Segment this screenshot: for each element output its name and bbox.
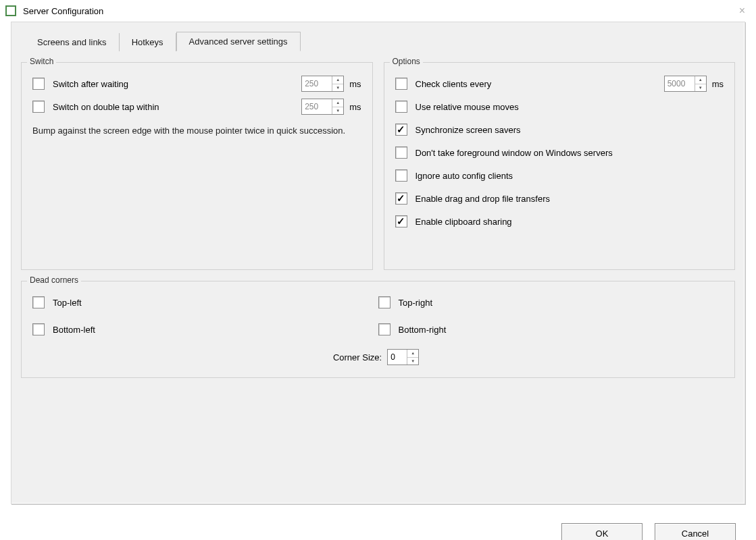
spin-down-icon[interactable]: ▼	[695, 84, 706, 92]
ok-button-label: OK	[596, 529, 609, 539]
row-top-left: Top-left	[32, 291, 378, 314]
tab-screens-and-links[interactable]: Screens and links	[25, 33, 120, 51]
cancel-button-label: Cancel	[682, 529, 709, 539]
row-drag-drop: Enable drag and drop file transfers	[395, 187, 724, 210]
spin-switch-after-waiting[interactable]: ▲ ▼	[301, 76, 344, 92]
titlebar: Server Configuration ×	[0, 0, 756, 22]
spin-down-icon[interactable]: ▼	[332, 84, 343, 92]
unit-ms: ms	[712, 79, 724, 89]
spin-down-icon[interactable]: ▼	[332, 107, 343, 115]
label-top-right: Top-right	[399, 298, 724, 308]
checkbox-ignore-autoconf[interactable]	[395, 169, 407, 182]
spin-down-icon[interactable]: ▼	[407, 358, 418, 365]
label-check-clients: Check clients every	[415, 79, 664, 89]
group-title-switch: Switch	[27, 57, 56, 66]
spin-up-icon[interactable]: ▲	[332, 76, 343, 84]
spin-check-clients[interactable]: ▲ ▼	[664, 76, 707, 92]
main-panel: Screens and links Hotkeys Advanced serve…	[11, 22, 745, 504]
label-clipboard: Enable clipboard sharing	[415, 217, 724, 227]
tab-label: Hotkeys	[132, 37, 163, 47]
input-corner-size[interactable]	[388, 350, 407, 364]
checkbox-bottom-right[interactable]	[378, 323, 390, 335]
window-title: Server Configuration	[23, 6, 103, 16]
label-top-left: Top-left	[53, 298, 378, 308]
checkbox-sync-screen-savers[interactable]	[395, 124, 407, 136]
checkbox-relative-mouse[interactable]	[395, 101, 407, 113]
group-switch: Switch Switch after waiting ▲ ▼ ms Switc…	[21, 62, 373, 270]
spin-up-icon[interactable]: ▲	[695, 76, 706, 84]
label-switch-after-waiting: Switch after waiting	[53, 79, 301, 89]
checkbox-drag-drop[interactable]	[395, 192, 407, 205]
row-switch-after-waiting: Switch after waiting ▲ ▼ ms	[32, 72, 361, 95]
checkbox-top-left[interactable]	[32, 296, 45, 308]
group-options: Options Check clients every ▲ ▼ ms Use r…	[384, 62, 736, 270]
spin-up-icon[interactable]: ▲	[407, 350, 418, 358]
checkbox-top-right[interactable]	[378, 296, 390, 308]
group-dead-corners: Dead corners Top-left Top-right Bottom-l…	[21, 281, 735, 378]
tab-hotkeys[interactable]: Hotkeys	[120, 33, 176, 51]
row-no-foreground: Don't take foreground window on Windows …	[395, 141, 724, 164]
row-check-clients: Check clients every ▲ ▼ ms	[395, 72, 724, 95]
checkbox-switch-after-waiting[interactable]	[32, 78, 45, 90]
row-top-right: Top-right	[378, 291, 724, 314]
tab-label: Advanced server settings	[189, 36, 288, 47]
dialog-buttons: OK Cancel	[0, 515, 756, 540]
app-icon	[5, 5, 16, 16]
row-bottom-left: Bottom-left	[32, 318, 378, 341]
input-switch-double-tap[interactable]	[302, 99, 332, 114]
label-ignore-autoconf: Ignore auto config clients	[415, 171, 724, 181]
tab-advanced-server-settings[interactable]: Advanced server settings	[176, 32, 301, 51]
row-switch-double-tap: Switch on double tap within ▲ ▼ ms	[32, 95, 361, 118]
label-bottom-left: Bottom-left	[53, 325, 378, 335]
row-bottom-right: Bottom-right	[378, 318, 724, 341]
switch-hint: Bump against the screen edge with the mo…	[32, 125, 361, 137]
checkbox-no-foreground[interactable]	[395, 146, 407, 159]
row-corner-size: Corner Size: ▲ ▼	[32, 349, 724, 365]
label-relative-mouse: Use relative mouse moves	[415, 102, 724, 112]
tabs: Screens and links Hotkeys Advanced serve…	[21, 32, 735, 51]
label-sync-screen-savers: Synchronize screen savers	[415, 125, 724, 135]
unit-ms: ms	[349, 79, 361, 89]
label-no-foreground: Don't take foreground window on Windows …	[415, 148, 724, 158]
checkbox-bottom-left[interactable]	[32, 323, 45, 335]
group-title-options: Options	[390, 57, 423, 66]
row-relative-mouse: Use relative mouse moves	[395, 95, 724, 118]
ok-button[interactable]: OK	[561, 523, 642, 540]
label-drag-drop: Enable drag and drop file transfers	[415, 194, 724, 204]
checkbox-clipboard[interactable]	[395, 215, 407, 227]
label-corner-size: Corner Size:	[333, 352, 382, 362]
row-sync-screen-savers: Synchronize screen savers	[395, 118, 724, 141]
group-title-dead-corners: Dead corners	[27, 275, 81, 285]
input-switch-after-waiting[interactable]	[302, 76, 332, 91]
unit-ms: ms	[349, 102, 361, 112]
row-ignore-autoconf: Ignore auto config clients	[395, 164, 724, 187]
label-switch-double-tap: Switch on double tap within	[53, 102, 301, 112]
checkbox-check-clients[interactable]	[395, 78, 407, 90]
spin-corner-size[interactable]: ▲ ▼	[387, 349, 419, 365]
row-clipboard: Enable clipboard sharing	[395, 210, 724, 233]
spin-switch-double-tap[interactable]: ▲ ▼	[301, 99, 344, 115]
checkbox-switch-double-tap[interactable]	[32, 101, 45, 113]
spin-up-icon[interactable]: ▲	[332, 99, 343, 107]
cancel-button[interactable]: Cancel	[655, 523, 736, 540]
close-icon[interactable]: ×	[734, 5, 751, 17]
tab-label: Screens and links	[37, 37, 107, 47]
input-check-clients[interactable]	[665, 76, 695, 91]
label-bottom-right: Bottom-right	[399, 325, 724, 335]
